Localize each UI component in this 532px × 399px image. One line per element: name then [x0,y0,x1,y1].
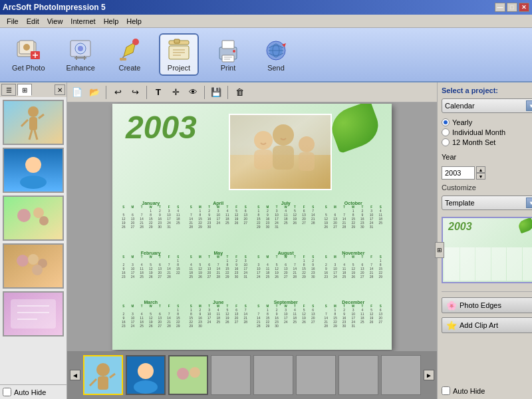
month-april: April SMTWTFS 123456 78910111213 1415161… [186,200,252,248]
svg-point-75 [190,367,200,378]
open-tool[interactable]: 📂 [87,85,102,100]
project-button[interactable]: Project [159,33,199,76]
radio-individual-month[interactable]: Individual Month [442,128,532,136]
get-photo-icon [15,37,42,64]
month-january: January SMTWTFS 1234 567891011 121314151… [118,200,184,248]
svg-point-44 [17,209,31,222]
create-label: Create [118,64,140,72]
radio-12-month-set[interactable]: 12 Month Set [442,138,532,146]
title-bar: ArcSoft PhotoImpression 5 — □ ✕ [0,0,532,15]
menu-help2[interactable]: Help [122,16,146,27]
year-input[interactable] [442,166,475,180]
calendar-type-radio-group: Yearly Individual Month 12 Month Set [442,118,532,146]
panel-close-button[interactable]: ✕ [55,84,65,95]
save-tool[interactable]: 💾 [209,85,223,100]
svg-point-8 [78,46,83,51]
radio-yearly[interactable]: Yearly [442,118,532,126]
right-autohide-checkbox[interactable] [442,386,450,395]
undo-tool[interactable]: ↩ [110,85,125,100]
year-spin-down[interactable]: ▼ [476,173,485,180]
panel-tab-list[interactable]: ☰ [1,84,16,96]
preview-calendar-grid [444,247,532,281]
new-tool[interactable]: 📄 [70,85,84,100]
month-september: September SMTWTFS 123456 78910111213 141… [253,299,319,347]
left-autohide-checkbox[interactable] [3,388,11,396]
create-button[interactable]: Create [111,35,148,74]
print-button[interactable]: Print [209,35,247,74]
svg-point-25 [233,50,235,53]
filmstrip-thumb-3[interactable] [168,355,208,395]
svg-point-49 [28,254,39,265]
select-project-label: Select a project: [442,86,532,94]
add-clip-art-button[interactable]: ⭐ Add Clip Art [442,317,532,333]
svg-point-2 [23,44,30,51]
month-june: June SMTWTFS 1234567 891011121314 151617… [186,299,252,347]
svg-rect-43 [4,197,63,239]
project-dropdown[interactable]: Calendar ▼ [442,98,532,113]
svg-point-59 [254,131,273,150]
month-december: December SMTWTFS 123456 78910111213 1415… [321,299,387,347]
divider-1 [442,291,532,292]
thumbnail-item[interactable] [3,243,64,289]
menu-internet[interactable]: Internet [66,16,99,27]
svg-point-34 [28,106,39,117]
menu-edit[interactable]: Edit [23,16,43,27]
svg-point-42 [20,176,47,189]
move-tool[interactable]: ✛ [168,85,183,100]
photo-edges-icon: 🌸 [446,301,457,311]
maximize-button[interactable]: □ [507,3,517,12]
redo-tool[interactable]: ↪ [128,85,142,100]
thumbnail-item[interactable] [3,196,64,241]
preview-expand-button[interactable]: ⊞ [435,242,444,258]
filmstrip-thumb-2[interactable] [126,355,166,395]
text-tool[interactable]: T [151,85,166,100]
customize-label: Customize [442,184,532,192]
filmstrip-left-arrow[interactable]: ◄ [70,370,80,380]
filmstrip: ◄ [67,351,437,399]
separator-4 [227,86,228,99]
menu-help1[interactable]: Help [100,16,123,27]
minimize-button[interactable]: — [495,3,505,12]
svg-rect-21 [174,39,180,43]
radio-individual-label: Individual Month [452,128,505,136]
canvas-area: 2003 [67,102,437,351]
get-photo-button[interactable]: Get Photo [7,35,51,74]
year-input-group: Year [442,153,532,161]
svg-point-74 [177,368,189,380]
select-tool[interactable]: 👁 [186,85,200,100]
svg-point-48 [17,255,29,267]
print-icon [215,37,241,64]
calendar-photo-inner [230,115,331,189]
svg-point-61 [273,124,294,146]
left-panel: ☰ ⊞ ✕ [0,82,67,399]
close-button[interactable]: ✕ [519,3,529,12]
svg-rect-24 [222,55,234,62]
filmstrip-right-arrow[interactable]: ► [424,370,434,380]
radio-12-month-circle [442,138,450,146]
menu-view[interactable]: View [43,16,67,27]
photo-edges-button[interactable]: 🌸 Photo Edges [442,297,532,313]
filmstrip-thumb-1[interactable] [83,355,123,395]
svg-point-41 [25,157,41,173]
svg-rect-53 [11,299,56,329]
calendar-month-grid: January SMTWTFS 1234 567891011 121314151… [112,197,392,350]
thumbnail-item[interactable] [3,148,64,193]
project-label: Project [168,64,190,72]
thumbnail-item[interactable] [3,291,64,336]
send-button[interactable]: Send [257,35,295,74]
month-august: August SMTWTFS 12 3456789 10111213141516… [253,249,319,298]
panel-tab-grid[interactable]: ⊞ [17,84,32,96]
filmstrip-empty-5 [381,355,421,395]
customize-dropdown[interactable]: Template ▼ [442,196,532,210]
year-spin-up[interactable]: ▲ [476,166,485,173]
calendar-photo[interactable] [229,114,332,190]
svg-rect-47 [4,245,63,287]
delete-tool[interactable]: 🗑 [232,85,247,100]
menu-file[interactable]: File [3,16,23,27]
calendar-preview[interactable]: 2003 [112,104,392,350]
preview-box: 2003 [442,217,532,283]
project-dropdown-value: Calendar [445,102,475,110]
enhance-button[interactable]: Enhance [61,35,100,74]
thumbnail-item[interactable] [3,100,64,145]
right-autohide-label: Auto Hide [453,387,485,395]
